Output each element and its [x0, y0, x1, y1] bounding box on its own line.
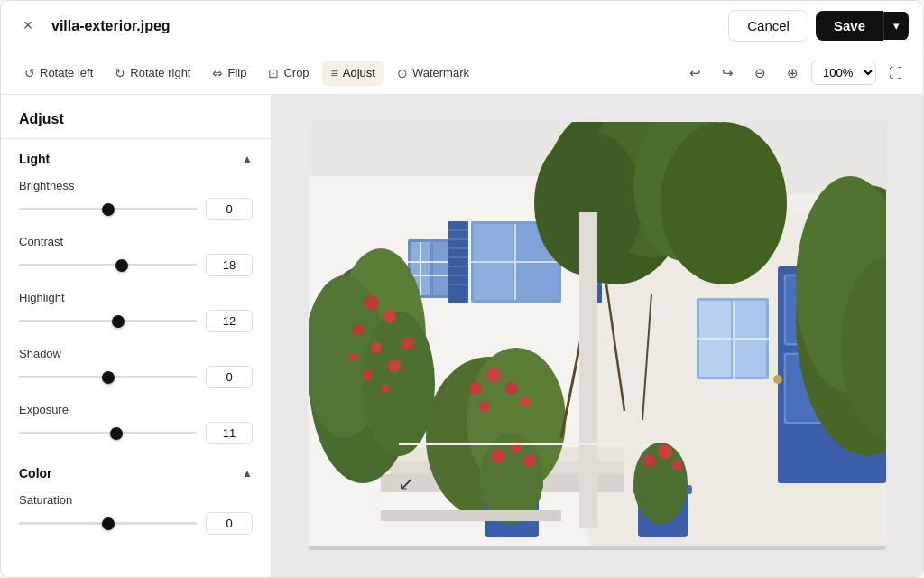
- slider-thumb-highlight[interactable]: [112, 315, 125, 328]
- adj-controls-saturation: [19, 512, 253, 535]
- save-dropdown-button[interactable]: ▾: [883, 12, 909, 40]
- svg-rect-96: [579, 212, 597, 528]
- main-content: Adjust Light ▲ BrightnessContrastHighlig…: [1, 95, 923, 577]
- adjustment-row-shadow: Shadow: [1, 341, 271, 397]
- slider-thumb-brightness[interactable]: [102, 203, 115, 216]
- section-header-color[interactable]: Color ▲: [1, 453, 271, 488]
- zoom-select[interactable]: 100% 50% 75% 150% 200%: [811, 61, 876, 85]
- adjust-icon: ≡: [331, 66, 338, 80]
- cancel-button[interactable]: Cancel: [728, 10, 808, 42]
- crop-label: Crop: [283, 66, 309, 79]
- svg-rect-52: [735, 301, 766, 377]
- input-highlight[interactable]: [206, 310, 253, 332]
- flip-label: Flip: [227, 66, 246, 79]
- sidebar-title: Adjust: [1, 95, 271, 139]
- tool-crop-button[interactable]: ⊡Crop: [259, 61, 318, 86]
- flip-icon: ⇔: [212, 66, 223, 80]
- input-contrast[interactable]: [206, 254, 253, 276]
- title-bar-left: × villa-exterior.jpeg: [15, 14, 171, 39]
- svg-point-83: [658, 444, 672, 459]
- slider-thumb-contrast[interactable]: [116, 259, 128, 272]
- slider-track-exposure: [19, 432, 197, 434]
- adj-label-saturation: Saturation: [19, 493, 253, 507]
- redo-button[interactable]: ↪: [714, 60, 741, 87]
- image-preview: ↙: [309, 122, 886, 550]
- undo-button[interactable]: ↩: [681, 60, 708, 87]
- slider-thumb-exposure[interactable]: [110, 427, 123, 440]
- slider-saturation[interactable]: [19, 515, 197, 533]
- section-label-light: Light: [19, 152, 50, 166]
- tool-flip-button[interactable]: ⇔Flip: [203, 61, 255, 86]
- input-brightness[interactable]: [206, 198, 253, 220]
- slider-thumb-shadow[interactable]: [102, 371, 115, 384]
- svg-point-59: [353, 324, 364, 335]
- save-button[interactable]: Save: [816, 11, 883, 41]
- villa-svg: [309, 122, 886, 546]
- slider-contrast[interactable]: [19, 256, 197, 275]
- rotate-right-label: Rotate right: [130, 66, 190, 79]
- adjustment-row-exposure: Exposure: [1, 397, 271, 453]
- tool-rotate-left-button[interactable]: ↺Rotate left: [15, 61, 102, 86]
- input-shadow[interactable]: [206, 366, 253, 388]
- svg-point-60: [402, 337, 414, 350]
- svg-point-78: [491, 449, 505, 463]
- close-button[interactable]: ×: [15, 14, 41, 39]
- adjustment-row-saturation: Saturation: [1, 488, 271, 544]
- section-label-color: Color: [19, 466, 52, 480]
- section-header-light[interactable]: Light ▲: [1, 139, 271, 173]
- slider-track-shadow: [19, 376, 197, 378]
- rotate-left-icon: ↺: [24, 66, 35, 80]
- svg-point-69: [486, 368, 501, 382]
- input-exposure[interactable]: [206, 422, 253, 444]
- svg-point-62: [349, 352, 358, 361]
- svg-point-72: [479, 401, 490, 412]
- slider-track-brightness: [19, 208, 197, 210]
- svg-rect-97: [381, 510, 561, 521]
- slider-exposure[interactable]: [19, 424, 197, 443]
- svg-point-68: [469, 382, 482, 395]
- svg-point-71: [520, 396, 531, 407]
- adj-label-highlight: Highlight: [19, 291, 253, 304]
- svg-point-80: [523, 454, 536, 467]
- crop-icon: ⊡: [268, 66, 279, 80]
- svg-point-65: [381, 384, 390, 393]
- svg-rect-18: [448, 221, 468, 303]
- fullscreen-button[interactable]: ⛶: [882, 60, 909, 87]
- slider-track-highlight: [19, 320, 197, 322]
- slider-shadow[interactable]: [19, 368, 197, 387]
- tool-rotate-right-button[interactable]: ↻Rotate right: [106, 61, 199, 86]
- sidebar: Adjust Light ▲ BrightnessContrastHighlig…: [1, 95, 272, 577]
- adj-label-shadow: Shadow: [19, 347, 253, 360]
- adj-label-brightness: Brightness: [19, 179, 253, 192]
- input-saturation[interactable]: [206, 512, 253, 535]
- title-bar: × villa-exterior.jpeg Cancel Save ▾: [1, 1, 923, 51]
- close-icon: ×: [23, 16, 33, 35]
- svg-point-84: [671, 460, 682, 471]
- tool-adjust-button[interactable]: ≡Adjust: [322, 61, 384, 86]
- svg-point-56: [363, 312, 435, 456]
- canvas-area: ↙: [272, 95, 923, 577]
- toolbar: ↺Rotate left↻Rotate right⇔Flip⊡Crop≡Adju…: [1, 51, 923, 95]
- file-title: villa-exterior.jpeg: [51, 18, 171, 34]
- adj-controls-exposure: [19, 422, 253, 444]
- adj-label-contrast: Contrast: [19, 235, 253, 248]
- adj-controls-contrast: [19, 254, 253, 276]
- svg-rect-98: [399, 443, 624, 445]
- slider-track-contrast: [19, 264, 197, 266]
- slider-highlight[interactable]: [19, 312, 197, 331]
- svg-point-57: [365, 295, 379, 310]
- slider-track-saturation: [19, 522, 197, 525]
- slider-brightness[interactable]: [19, 200, 197, 219]
- zoom-in-button[interactable]: ⊕: [779, 60, 806, 87]
- zoom-out-button[interactable]: ⊖: [746, 60, 773, 87]
- slider-thumb-saturation[interactable]: [102, 517, 115, 530]
- svg-point-45: [773, 375, 782, 384]
- title-bar-right: Cancel Save ▾: [728, 10, 909, 42]
- app-window: × villa-exterior.jpeg Cancel Save ▾ ↺Rot…: [0, 0, 924, 578]
- adj-controls-shadow: [19, 366, 253, 388]
- svg-point-92: [661, 122, 787, 284]
- adj-controls-brightness: [19, 198, 253, 220]
- svg-rect-51: [699, 301, 731, 377]
- tool-watermark-button[interactable]: ⊙Watermark: [388, 61, 478, 86]
- svg-point-64: [362, 369, 373, 380]
